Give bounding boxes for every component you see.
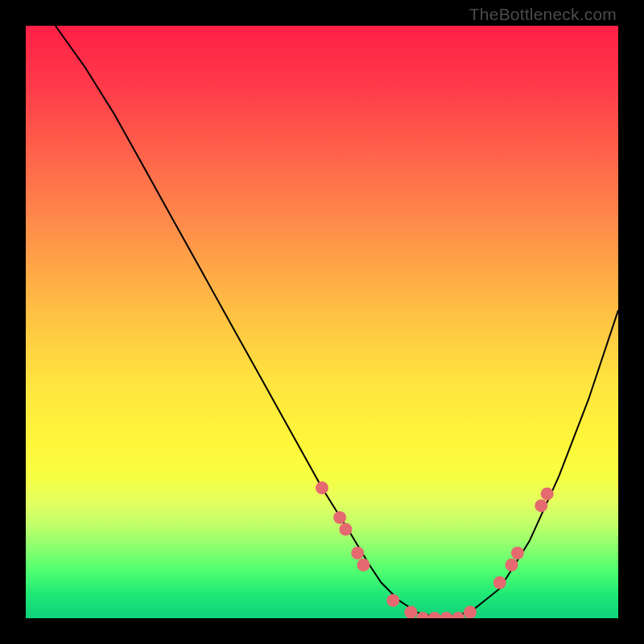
marker-dot [464, 606, 477, 618]
watermark-text: TheBottleneck.com [469, 5, 617, 24]
plot-area [26, 26, 618, 618]
chart-frame: TheBottleneck.com [0, 0, 644, 644]
marker-dot [452, 612, 464, 618]
marker-dot [535, 499, 547, 512]
marker-dot [404, 606, 417, 618]
marker-dot [333, 511, 346, 524]
marker-dot [316, 481, 328, 494]
marker-dot [541, 487, 554, 500]
bottleneck-curve [56, 26, 618, 618]
marker-dot [440, 612, 453, 618]
marker-dot [511, 547, 524, 559]
marker-dot [506, 559, 518, 572]
marker-dot [339, 523, 352, 536]
marker-dot [357, 559, 370, 572]
marker-dot [428, 612, 441, 618]
marker-dot [493, 576, 506, 589]
marker-dot [386, 594, 399, 607]
curve-layer [26, 26, 618, 618]
marker-dots [316, 481, 554, 618]
marker-dot [351, 547, 364, 559]
